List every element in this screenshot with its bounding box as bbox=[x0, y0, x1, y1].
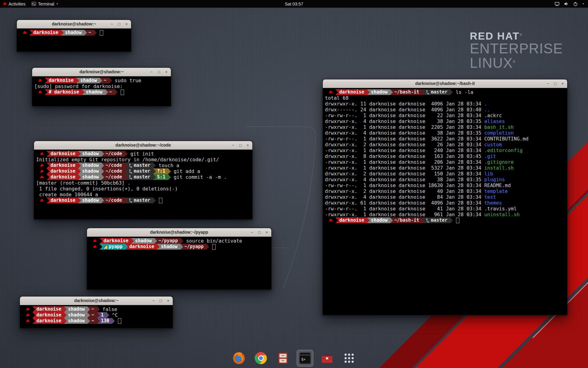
window-close-button[interactable]: × bbox=[246, 143, 250, 147]
window-titlebar[interactable]: darknoise@shadow:~/code−□× bbox=[34, 141, 252, 150]
window-titlebar[interactable]: darknoise@shadow:~−□× bbox=[32, 68, 171, 76]
window-close-button[interactable]: × bbox=[560, 82, 565, 86]
window-maximize-button[interactable]: □ bbox=[117, 22, 121, 26]
dock-item-files[interactable] bbox=[275, 350, 291, 366]
prompt-segment-untracked: ?:1 bbox=[153, 168, 168, 174]
redhat-icon bbox=[40, 170, 44, 173]
git-branch-icon bbox=[426, 218, 429, 223]
prompt-arrow-icon bbox=[168, 174, 171, 180]
window-minimize-button[interactable]: − bbox=[231, 143, 235, 147]
terminal-cursor bbox=[100, 30, 103, 36]
app-menu[interactable]: Terminal ▼ bbox=[28, 0, 61, 8]
terminal-body[interactable]: darknoiseshadow~/bash-itmasterls -latota… bbox=[323, 88, 567, 315]
window-maximize-button[interactable]: □ bbox=[238, 143, 243, 147]
terminal-prompt-line: darknoiseshadow~/bash-itmasterls -la bbox=[325, 89, 565, 95]
prompt-segment-user: darknoise bbox=[47, 168, 78, 174]
prompt-segment-host: shadow bbox=[64, 306, 87, 312]
terminal-output-line: Initialized empty Git repository in /hom… bbox=[36, 157, 250, 163]
terminal-body[interactable]: darknoiseshadow~falsedarknoiseshadow~1^C… bbox=[20, 305, 173, 328]
terminal-body[interactable]: darknoiseshadow~/codegit initInitialized… bbox=[34, 150, 252, 220]
prompt-segment-user: darknoise bbox=[45, 78, 76, 83]
terminal-prompt-line: pyappdarknoiseshadow~/pyapp bbox=[89, 244, 269, 250]
python-icon bbox=[104, 245, 107, 249]
window-title: darknoise@shadow:~ bbox=[79, 69, 124, 74]
window-maximize-button[interactable]: □ bbox=[257, 230, 262, 234]
prompt-segment-host: shadow bbox=[78, 151, 101, 157]
prompt-segment-host: shadow bbox=[367, 89, 390, 95]
output-text: drwxrwxr-x. 2 darknoise darknoise 150 Ja… bbox=[325, 171, 484, 177]
terminal-output-line: drwxrwxr-x. 4 darknoise darknoise 38 Jan… bbox=[325, 118, 565, 124]
terminal-output-line: [master (root-commit) 50bcb63] . bbox=[36, 180, 250, 186]
terminal-body[interactable]: darknoiseshadow~sudo true[sudo] password… bbox=[32, 76, 171, 106]
window-minimize-button[interactable]: − bbox=[149, 70, 154, 74]
prompt-segment-path: ~ bbox=[87, 306, 97, 312]
prompt-segment-git: master bbox=[422, 89, 450, 95]
window-close-button[interactable]: × bbox=[265, 230, 269, 234]
window-close-button[interactable]: × bbox=[124, 22, 129, 26]
display-icon[interactable] bbox=[555, 2, 560, 6]
output-text: [sudo] password for darknoise: bbox=[34, 83, 126, 89]
prompt-segment-host: shadow bbox=[131, 238, 154, 244]
terminal-window[interactable]: darknoise@shadow:~−□×darknoiseshadow~sud… bbox=[32, 67, 171, 106]
window-minimize-button[interactable]: − bbox=[546, 82, 550, 86]
activities-button[interactable]: Activities bbox=[0, 0, 28, 8]
window-controls: −□× bbox=[110, 20, 129, 28]
window-title: darknoise@shadow:~/bash-it bbox=[415, 81, 475, 86]
terminal-window[interactable]: darknoise@shadow:~/bash-it−□×darknoisesh… bbox=[322, 79, 567, 315]
terminal-output-line: -rwxrwxr-x. 1 darknoise darknoise 206 Ja… bbox=[325, 159, 565, 165]
system-status-area[interactable]: ▼ bbox=[552, 0, 587, 8]
dock-item-app-grid[interactable] bbox=[341, 350, 357, 366]
git-branch-icon bbox=[129, 169, 132, 174]
window-titlebar[interactable]: darknoise@shadow:~−□× bbox=[17, 20, 131, 29]
prompt-segment-host: shadow bbox=[78, 174, 101, 180]
output-text: .travis.yml bbox=[484, 206, 517, 212]
window-close-button[interactable]: × bbox=[166, 299, 170, 303]
window-minimize-button[interactable]: − bbox=[151, 299, 156, 303]
prompt-segment-logo bbox=[325, 217, 335, 223]
output-text: uninstall.sh bbox=[484, 212, 520, 217]
redhat-icon bbox=[40, 164, 44, 167]
window-titlebar[interactable]: darknoise@shadow:~/bash-it−□× bbox=[323, 79, 567, 88]
clock[interactable]: Sat 03:57 bbox=[285, 0, 303, 8]
terminal-window[interactable]: darknoise@shadow:~−□×darknoiseshadow~fal… bbox=[20, 296, 173, 328]
window-maximize-button[interactable]: □ bbox=[553, 82, 557, 86]
redhat-icon bbox=[38, 79, 42, 82]
terminal-window[interactable]: darknoise@shadow:~−□×darknoiseshadow~ bbox=[17, 20, 131, 52]
prompt-segment-host: shadow bbox=[76, 78, 100, 83]
terminal-body[interactable]: darknoiseshadow~ bbox=[17, 29, 131, 52]
prompt-segment-git: master bbox=[125, 197, 153, 203]
window-maximize-button[interactable]: □ bbox=[159, 299, 163, 303]
dock-item-chrome[interactable] bbox=[253, 350, 269, 366]
window-titlebar[interactable]: darknoise@shadow:~−□× bbox=[20, 297, 173, 305]
window-minimize-button[interactable]: − bbox=[110, 22, 114, 26]
prompt-segment-logo bbox=[89, 238, 100, 244]
git-branch-icon bbox=[426, 90, 429, 94]
window-minimize-button[interactable]: − bbox=[250, 230, 254, 234]
output-text: drwxrwxr-x. 4 darknoise darknoise 38 Jan… bbox=[325, 130, 484, 136]
prompt-segment-path: ~ bbox=[84, 30, 94, 36]
prompt-segment-path: ~/code bbox=[101, 168, 125, 174]
window-titlebar[interactable]: darknoise@shadow:~/pyapp−□× bbox=[87, 228, 271, 237]
terminal-window[interactable]: darknoise@shadow:~/code−□×darknoiseshado… bbox=[34, 141, 253, 220]
prompt-segment-path: ~/pyapp bbox=[154, 238, 180, 244]
terminal-window[interactable]: darknoise@shadow:~/pyapp−□×darknoiseshad… bbox=[87, 228, 272, 290]
terminal-body[interactable]: darknoiseshadow~/pyappsource bin/activat… bbox=[87, 237, 271, 290]
prompt-segment-user: darknoise bbox=[47, 151, 78, 157]
output-text: drwxrwxr-x. 4 darknoise darknoise 38 Jan… bbox=[325, 118, 484, 124]
dock-item-firefox[interactable] bbox=[231, 350, 247, 366]
prompt-arrow-icon bbox=[107, 312, 109, 318]
window-maximize-button[interactable]: □ bbox=[157, 70, 161, 74]
prompt-arrow-icon bbox=[153, 197, 156, 203]
windows-layer: darknoise@shadow:~−□×darknoiseshadow~dar… bbox=[0, 0, 588, 368]
volume-icon[interactable] bbox=[564, 2, 569, 6]
window-close-button[interactable]: × bbox=[164, 70, 168, 74]
dock: $> bbox=[231, 350, 357, 366]
output-text: drwxrwxr-x. 11 darknoise darknoise 4096 … bbox=[325, 101, 484, 107]
output-text: create mode 100644 a bbox=[36, 192, 98, 197]
output-text: custom bbox=[484, 142, 502, 148]
prompt-arrow-icon bbox=[168, 168, 171, 174]
power-icon[interactable] bbox=[573, 2, 578, 6]
dock-item-terminal[interactable]: $> bbox=[297, 350, 313, 366]
dock-item-software[interactable] bbox=[319, 350, 335, 366]
output-text: drwxrwxr-x. 61 darknoise darknoise 4096 … bbox=[325, 200, 484, 206]
